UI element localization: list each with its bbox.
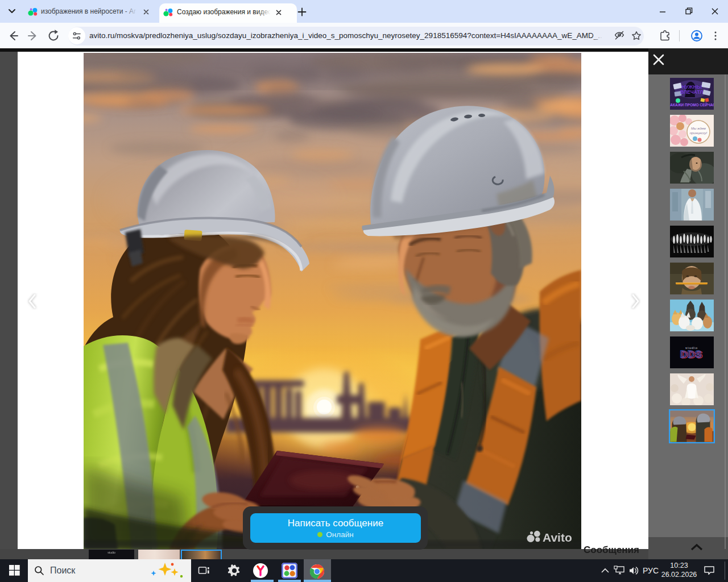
svg-text:ВПЕЧАТЛ: ВПЕЧАТЛ bbox=[680, 89, 704, 95]
svg-text:DDS: DDS bbox=[680, 349, 702, 360]
svg-text:Мы ждем: Мы ждем bbox=[691, 127, 706, 130]
svg-text:Avito: Avito bbox=[543, 531, 572, 544]
svg-text:принцессу!: принцессу! bbox=[690, 131, 708, 135]
svg-text:ЗАКАЖИ ПРОМО СЕЙЧАС: ЗАКАЖИ ПРОМО СЕЙЧАС bbox=[670, 102, 714, 107]
